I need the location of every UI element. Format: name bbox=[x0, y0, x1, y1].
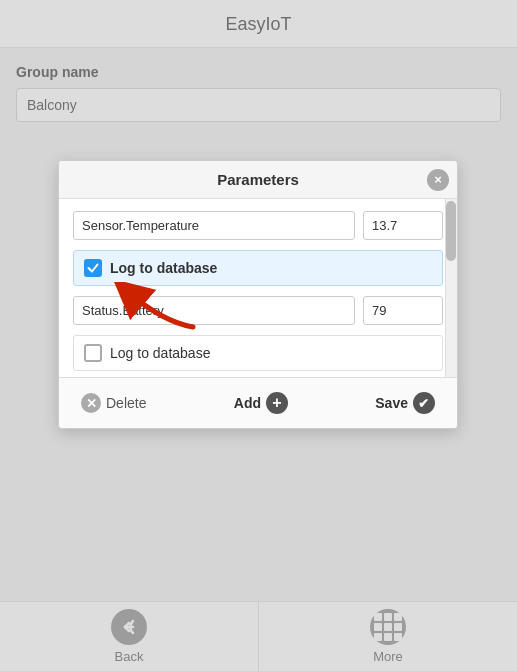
modal-close-button[interactable]: × bbox=[427, 169, 449, 191]
add-icon: + bbox=[266, 392, 288, 414]
param-row-2 bbox=[73, 296, 443, 325]
param-row-1 bbox=[73, 211, 443, 240]
parameters-modal: Parameters × Log to database bbox=[58, 160, 458, 429]
param2-name-input[interactable] bbox=[73, 296, 355, 325]
modal-body[interactable]: Log to database Log to database bbox=[59, 199, 457, 377]
save-label: Save bbox=[375, 395, 408, 411]
save-icon: ✔ bbox=[413, 392, 435, 414]
modal-title: Parameters bbox=[217, 171, 299, 188]
checkbox2[interactable] bbox=[84, 344, 102, 362]
add-label: Add bbox=[234, 395, 261, 411]
scrollbar-thumb[interactable] bbox=[446, 201, 456, 261]
checkbox-row-2[interactable]: Log to database bbox=[73, 335, 443, 371]
delete-icon: ✕ bbox=[81, 393, 101, 413]
modal-header: Parameters × bbox=[59, 161, 457, 199]
save-button[interactable]: Save ✔ bbox=[367, 388, 443, 418]
checkbox1-label: Log to database bbox=[110, 260, 217, 276]
add-button[interactable]: Add + bbox=[226, 388, 296, 418]
param1-value-input[interactable] bbox=[363, 211, 443, 240]
checkbox-row-1[interactable]: Log to database bbox=[73, 250, 443, 286]
checkbox1[interactable] bbox=[84, 259, 102, 277]
scrollbar-track[interactable] bbox=[445, 199, 457, 377]
delete-label: Delete bbox=[106, 395, 146, 411]
modal-footer: ✕ Delete Add + Save ✔ bbox=[59, 377, 457, 428]
param2-value-input[interactable] bbox=[363, 296, 443, 325]
param1-name-input[interactable] bbox=[73, 211, 355, 240]
delete-button[interactable]: ✕ Delete bbox=[73, 389, 154, 417]
checkbox2-label: Log to database bbox=[110, 345, 210, 361]
